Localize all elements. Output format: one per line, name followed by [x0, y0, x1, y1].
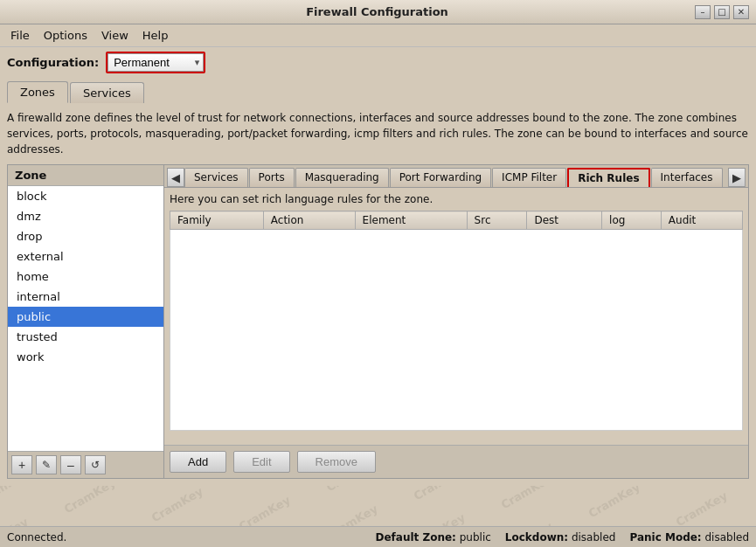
config-select-container: Permanent Runtime [108, 53, 204, 72]
config-label: Configuration: [7, 56, 99, 69]
zone-area: Zone block dmz drop external home intern… [7, 164, 749, 479]
sub-tab-services[interactable]: Services [184, 168, 248, 187]
menu-bar: File Options View Help [0, 24, 756, 47]
config-select[interactable]: Permanent Runtime [108, 53, 204, 72]
tab-services[interactable]: Services [70, 82, 144, 103]
col-dest: Dest [527, 211, 602, 230]
sub-tab-interfaces[interactable]: Interfaces [651, 168, 723, 187]
remove-button[interactable]: Remove [297, 451, 376, 473]
empty-table-cell [170, 230, 743, 431]
sub-tab-masquerading[interactable]: Masquerading [295, 168, 389, 187]
close-button[interactable]: ✕ [733, 5, 749, 19]
sub-tabs: Services Ports Masquerading Port Forward… [184, 168, 728, 187]
sub-tab-port-forwarding[interactable]: Port Forwarding [390, 168, 491, 187]
sub-tab-ports[interactable]: Ports [249, 168, 295, 187]
status-bar: Connected. Default Zone: public Lockdown… [0, 526, 756, 547]
default-zone-value: public [460, 531, 491, 544]
zone-remove-button[interactable]: – [60, 455, 81, 474]
zone-item-work[interactable]: work [8, 347, 163, 367]
menu-options[interactable]: Options [37, 27, 94, 44]
col-action: Action [263, 211, 355, 230]
rules-table: Family Action Element Src Dest log Audit [170, 211, 743, 431]
zone-edit-button[interactable]: ✎ [36, 455, 57, 474]
menu-view[interactable]: View [94, 27, 135, 44]
sub-tabs-prev-arrow[interactable]: ◀ [167, 168, 184, 187]
right-panel: ◀ Services Ports Masquerading Port Forwa… [164, 164, 749, 479]
zone-list: block dmz drop external home internal pu… [8, 186, 163, 451]
main-content: A firewalld zone defines the level of tr… [0, 103, 756, 486]
config-bar: Configuration: Permanent Runtime [0, 47, 756, 77]
zone-add-button[interactable]: + [11, 455, 32, 474]
col-element: Element [355, 211, 467, 230]
edit-button[interactable]: Edit [233, 451, 289, 473]
col-audit: Audit [661, 211, 742, 230]
zone-item-block[interactable]: block [8, 186, 163, 206]
main-tabs-row: Zones Services [0, 77, 756, 103]
lockdown-label: Lockdown: disabled [505, 531, 616, 544]
zone-item-external[interactable]: external [8, 246, 163, 267]
rules-table-body [170, 230, 743, 431]
lockdown-value: disabled [572, 531, 616, 544]
panic-mode-label: Panic Mode: disabled [629, 531, 749, 544]
window-title: Firewall Configuration [59, 5, 695, 18]
title-bar-buttons: – □ ✕ [695, 5, 749, 19]
sub-tab-rich-rules[interactable]: Rich Rules [567, 168, 649, 187]
zone-toolbar: + ✎ – ↺ [8, 451, 163, 478]
title-bar: Firewall Configuration – □ ✕ [0, 0, 756, 24]
tab-zones[interactable]: Zones [7, 81, 68, 103]
col-log: log [602, 211, 662, 230]
col-src: Src [467, 211, 527, 230]
rich-rules-description: Here you can set rich language rules for… [170, 193, 743, 205]
minimize-button[interactable]: – [695, 5, 711, 19]
config-select-wrapper: Permanent Runtime [106, 52, 205, 73]
status-right: Default Zone: public Lockdown: disabled … [375, 531, 749, 544]
zone-reload-button[interactable]: ↺ [85, 455, 106, 474]
sub-tabs-wrapper: ◀ Services Ports Masquerading Port Forwa… [164, 165, 748, 188]
description-text: A firewalld zone defines the level of tr… [7, 110, 749, 157]
zone-label: Zone [8, 165, 163, 186]
bottom-buttons: Add Edit Remove [164, 445, 748, 478]
sub-tabs-next-arrow[interactable]: ▶ [728, 168, 746, 187]
panic-mode-value: disabled [704, 531, 749, 544]
maximize-button[interactable]: □ [714, 5, 730, 19]
zone-item-home[interactable]: home [8, 267, 163, 287]
rich-rules-content: Here you can set rich language rules for… [164, 188, 748, 445]
zone-item-trusted[interactable]: trusted [8, 327, 163, 347]
status-connected: Connected. [7, 531, 375, 544]
menu-file[interactable]: File [3, 27, 37, 44]
col-family: Family [170, 211, 264, 230]
zone-item-drop[interactable]: drop [8, 226, 163, 246]
zone-item-dmz[interactable]: dmz [8, 206, 163, 226]
default-zone-label: Default Zone: public [375, 531, 490, 544]
zone-item-public[interactable]: public [8, 307, 163, 327]
zone-item-internal[interactable]: internal [8, 287, 163, 307]
menu-help[interactable]: Help [135, 27, 176, 44]
add-button[interactable]: Add [170, 451, 226, 473]
sub-tab-icmp-filter[interactable]: ICMP Filter [492, 168, 566, 187]
zone-panel: Zone block dmz drop external home intern… [7, 164, 164, 479]
